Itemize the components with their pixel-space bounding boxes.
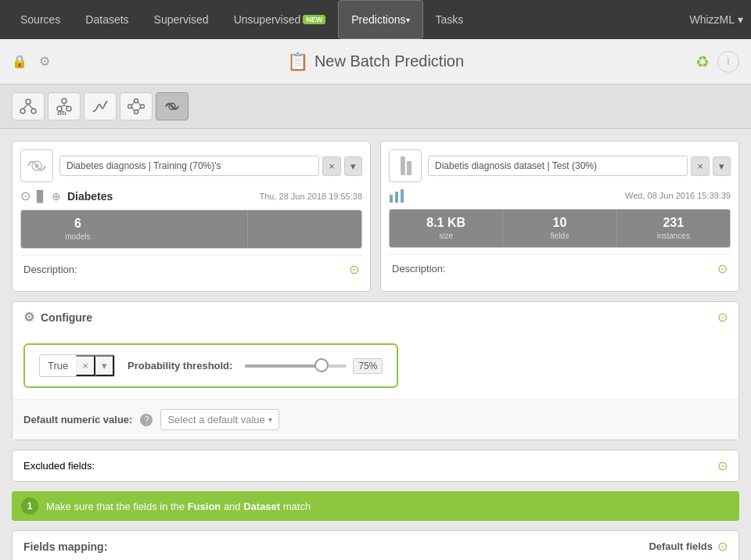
configure-chevron[interactable]: ⊙ <box>717 310 728 325</box>
svg-point-8 <box>58 112 61 115</box>
true-clear-button[interactable]: × <box>76 355 95 376</box>
nav-item-supervised[interactable]: Supervised <box>142 0 221 39</box>
configure-section: ⚙ Configure ⊙ True × ▾ Probability thres… <box>12 301 739 440</box>
prob-value: 75% <box>353 358 383 374</box>
svg-line-20 <box>132 107 135 111</box>
model-info-icon1: ⊙ <box>20 188 31 203</box>
excluded-fields-chevron[interactable]: ⊙ <box>717 458 728 473</box>
model-label: Diabetes <box>67 190 113 203</box>
svg-rect-31 <box>401 189 404 203</box>
nav-item-tasks[interactable]: Tasks <box>423 0 476 39</box>
excluded-fields-title: Excluded fields: <box>23 460 95 472</box>
toolbar-actions: ♻ i <box>695 51 739 73</box>
true-value: True <box>40 355 76 376</box>
model-icon <box>20 149 53 182</box>
nav-item-sources[interactable]: Sources <box>8 0 73 39</box>
fields-mapping-right: Default fields ⊙ <box>649 539 728 554</box>
info-text-1: Make sure that the fields in the Fusion … <box>46 501 311 512</box>
prob-slider-container: 75% <box>245 358 383 374</box>
info-banner-1: 1 Make sure that the fields in the Fusio… <box>12 491 739 521</box>
model-clear-button[interactable]: × <box>322 156 341 176</box>
model-dropdown-button[interactable]: ▾ <box>344 156 362 176</box>
dataset-input[interactable] <box>428 156 688 176</box>
tab-fusion[interactable] <box>156 92 189 120</box>
info-button[interactable]: i <box>717 51 739 73</box>
dataset-bar-icon <box>389 188 404 203</box>
prob-slider-thumb[interactable] <box>314 358 329 372</box>
stat-size-label: size <box>439 232 453 240</box>
model-input[interactable] <box>59 156 319 176</box>
stat-instances: 231 instances <box>617 210 730 247</box>
prob-slider-track[interactable] <box>245 364 347 368</box>
new-badge: NEW <box>303 15 325 24</box>
configure-body: True × ▾ Probability threshold: 75% <box>13 332 738 399</box>
tab-tree[interactable] <box>48 92 81 120</box>
default-select-placeholder: Select a default value <box>167 414 264 425</box>
svg-point-16 <box>135 99 138 103</box>
svg-line-21 <box>138 102 141 106</box>
toolbar-title: 📋 New Batch Prediction <box>287 52 464 72</box>
dataset-dropdown-button[interactable]: ▾ <box>713 156 731 176</box>
svg-point-24 <box>171 106 174 108</box>
configure-header[interactable]: ⚙ Configure ⊙ <box>13 302 738 332</box>
dataset-clear-button[interactable]: × <box>691 156 710 176</box>
stat-fields: 10 fields <box>503 210 616 247</box>
nav-item-unsupervised[interactable]: Unsupervised NEW <box>221 0 339 39</box>
description-chevron-left[interactable]: ⊙ <box>349 262 359 277</box>
excluded-fields-header[interactable]: Excluded fields: ⊙ <box>13 451 738 481</box>
stat-instances-label: instances <box>657 232 690 240</box>
default-numeric-row: Default numeric value: ? Select a defaul… <box>13 399 738 440</box>
svg-point-7 <box>66 106 71 111</box>
svg-line-22 <box>138 107 141 111</box>
svg-point-17 <box>135 110 138 114</box>
dataset-panel: × ▾ Wed, 08 Jun 2016 15:39:39 8.1 KB siz… <box>380 141 739 292</box>
prob-slider-fill <box>245 364 322 368</box>
model-bar-icon: ▊ <box>37 190 45 203</box>
svg-line-4 <box>28 104 33 109</box>
svg-rect-27 <box>401 156 405 175</box>
svg-rect-30 <box>395 192 398 203</box>
excluded-fields-section: Excluded fields: ⊙ <box>12 450 739 482</box>
svg-line-11 <box>60 106 64 106</box>
svg-point-6 <box>57 106 62 111</box>
default-select[interactable]: Select a default value ▾ <box>160 409 278 430</box>
stat-empty1 <box>135 210 249 248</box>
nav-item-datasets[interactable]: Datasets <box>73 0 141 39</box>
stat-instances-value: 231 <box>620 216 727 230</box>
description-label-left: Description: <box>23 264 77 275</box>
true-dropdown-button[interactable]: ▾ <box>95 355 114 376</box>
configure-title: Configure <box>41 311 92 324</box>
fields-mapping-title: Fields mapping: <box>23 540 107 553</box>
tab-network[interactable] <box>120 92 153 120</box>
stat-empty2 <box>248 210 361 248</box>
stat-fields-label: fields <box>551 232 569 240</box>
model-panel: × ▾ ⊙ ▊ ⊕ Diabetes Thu, 28 Jun 2018 19:5… <box>12 141 371 292</box>
stat-models-value: 6 <box>24 217 131 231</box>
default-fields-label: Default fields <box>649 540 713 552</box>
nav-user[interactable]: WhizzML ▾ <box>689 13 743 26</box>
tab-logistic[interactable] <box>84 92 117 120</box>
help-icon[interactable]: ? <box>140 414 153 426</box>
default-select-arrow-icon: ▾ <box>268 415 272 424</box>
dataset-icon <box>389 149 422 182</box>
svg-point-18 <box>141 105 145 109</box>
svg-line-12 <box>64 106 68 106</box>
default-numeric-label: Default numeric value: <box>23 414 132 425</box>
main-nav: Sources Datasets Supervised Unsupervised… <box>0 0 751 39</box>
tab-ensemble[interactable] <box>12 92 45 120</box>
toolbar: 🔒 ⚙ 📋 New Batch Prediction ♻ i <box>0 39 751 84</box>
refresh-button[interactable]: ♻ <box>695 52 710 71</box>
icon-tabs <box>0 84 751 129</box>
description-chevron-right[interactable]: ⊙ <box>717 261 728 276</box>
nav-item-predictions[interactable]: Predictions ▾ <box>338 0 422 39</box>
svg-point-15 <box>128 105 132 109</box>
svg-point-5 <box>62 99 66 103</box>
batch-prediction-icon: 📋 <box>287 52 308 72</box>
svg-rect-29 <box>390 195 393 203</box>
fields-mapping-header: Fields mapping: Default fields ⊙ <box>13 531 738 560</box>
svg-point-0 <box>26 99 31 104</box>
svg-rect-28 <box>407 161 411 175</box>
fields-mapping-chevron[interactable]: ⊙ <box>717 539 728 554</box>
svg-point-26 <box>35 164 39 168</box>
svg-point-2 <box>31 109 36 113</box>
